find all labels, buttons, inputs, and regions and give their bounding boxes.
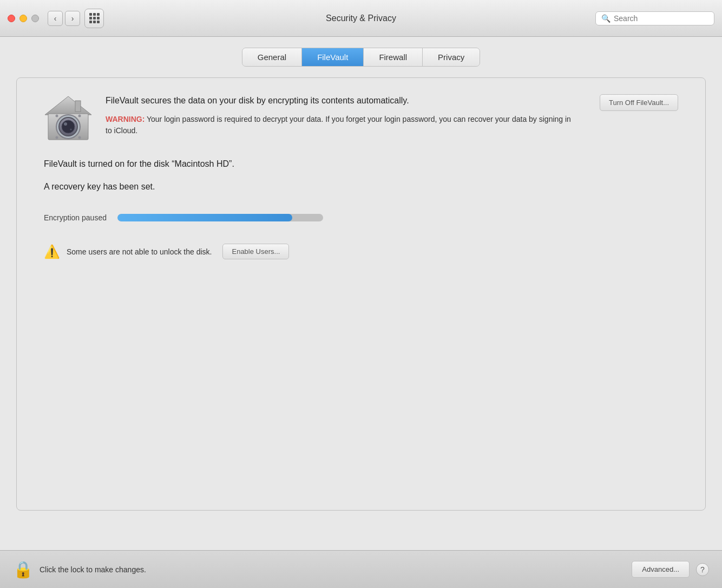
svg-point-5 bbox=[62, 120, 75, 133]
encryption-progress-fill bbox=[117, 214, 292, 221]
titlebar: ‹ › Security & Privacy 🔍 bbox=[0, 0, 722, 37]
svg-point-10 bbox=[56, 136, 58, 139]
encryption-progress-bar bbox=[117, 214, 323, 221]
svg-point-7 bbox=[70, 129, 72, 130]
filevault-description: FileVault secures the data on your disk … bbox=[106, 94, 576, 136]
disk-status-text: FileVault is turned on for the disk “Mac… bbox=[44, 159, 678, 169]
encryption-status: Encryption paused bbox=[44, 213, 678, 222]
tab-firewall[interactable]: Firewall bbox=[364, 48, 423, 66]
svg-rect-2 bbox=[75, 101, 81, 112]
turn-off-filevault-button[interactable]: Turn Off FileVault... bbox=[600, 94, 678, 111]
bottom-right: Advanced... ? bbox=[632, 561, 709, 578]
close-button[interactable] bbox=[8, 15, 15, 22]
lock-text: Click the lock to make changes. bbox=[40, 565, 146, 574]
back-button[interactable]: ‹ bbox=[48, 11, 63, 26]
filevault-header: FileVault secures the data on your disk … bbox=[44, 94, 678, 143]
content-panel: FileVault secures the data on your disk … bbox=[16, 77, 706, 511]
tabs-container: General FileVault Firewall Privacy bbox=[16, 48, 706, 67]
minimize-button[interactable] bbox=[19, 15, 27, 22]
tab-general[interactable]: General bbox=[242, 48, 302, 66]
filevault-main-desc: FileVault secures the data on your disk … bbox=[106, 94, 576, 107]
search-box[interactable]: 🔍 bbox=[595, 11, 714, 25]
main-content: General FileVault Firewall Privacy bbox=[0, 37, 722, 550]
maximize-button[interactable] bbox=[31, 15, 39, 22]
lock-icon[interactable]: 🔒 bbox=[13, 560, 33, 579]
filevault-icon bbox=[44, 94, 93, 143]
users-warning-text: Some users are not able to unlock the di… bbox=[67, 247, 212, 256]
warning-triangle-icon: ⚠️ bbox=[44, 244, 60, 259]
search-icon: 🔍 bbox=[601, 14, 611, 23]
recovery-key-text: A recovery key has been set. bbox=[44, 182, 678, 192]
encryption-label: Encryption paused bbox=[44, 213, 107, 222]
window-title: Security & Privacy bbox=[326, 14, 396, 23]
svg-marker-0 bbox=[45, 96, 91, 115]
tab-filevault[interactable]: FileVault bbox=[302, 48, 364, 66]
svg-point-8 bbox=[56, 115, 58, 117]
nav-buttons: ‹ › bbox=[48, 11, 80, 26]
help-button[interactable]: ? bbox=[696, 563, 709, 576]
svg-point-9 bbox=[78, 115, 81, 117]
users-warning-row: ⚠️ Some users are not able to unlock the… bbox=[44, 244, 678, 259]
grid-icon bbox=[89, 13, 100, 23]
advanced-button[interactable]: Advanced... bbox=[632, 561, 690, 578]
warning-text-body: Your login password is required to decry… bbox=[106, 115, 571, 135]
search-input[interactable] bbox=[614, 14, 708, 23]
svg-point-11 bbox=[78, 136, 81, 139]
traffic-lights bbox=[8, 15, 39, 22]
svg-point-6 bbox=[64, 122, 67, 126]
grid-button[interactable] bbox=[84, 9, 104, 28]
bottom-bar: 🔒 Click the lock to make changes. Advanc… bbox=[0, 550, 722, 588]
forward-button[interactable]: › bbox=[65, 11, 80, 26]
tabs: General FileVault Firewall Privacy bbox=[242, 48, 481, 67]
enable-users-button[interactable]: Enable Users... bbox=[222, 244, 289, 259]
warning-label: WARNING: bbox=[106, 115, 145, 123]
tab-privacy[interactable]: Privacy bbox=[423, 48, 480, 66]
filevault-warning: WARNING: Your login password is required… bbox=[106, 114, 576, 136]
